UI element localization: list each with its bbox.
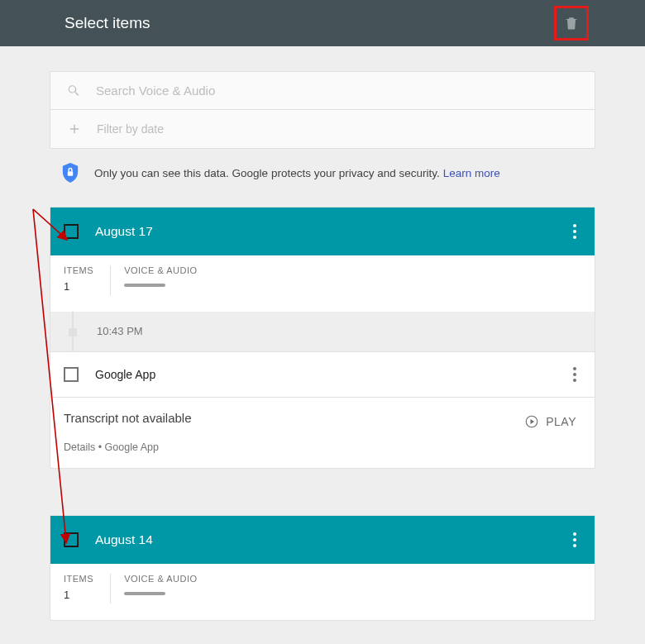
entry-time: 10:43 PM bbox=[97, 325, 143, 337]
day-checkbox[interactable] bbox=[64, 224, 79, 239]
stat-divider bbox=[110, 265, 111, 295]
day-stats: ITEMS 1 VOICE & AUDIO bbox=[50, 564, 595, 620]
items-label: ITEMS bbox=[64, 574, 93, 584]
privacy-notice: Only you can see this data. Google prote… bbox=[50, 149, 595, 207]
trash-icon bbox=[563, 14, 580, 32]
privacy-text: Only you can see this data. Google prote… bbox=[94, 167, 440, 179]
audio-stat: VOICE & AUDIO bbox=[124, 265, 197, 287]
search-row[interactable] bbox=[50, 72, 595, 110]
day-checkbox[interactable] bbox=[64, 532, 79, 547]
shield-lock-icon bbox=[61, 162, 79, 184]
entry-menu-button[interactable] bbox=[566, 360, 583, 389]
more-vert-icon bbox=[573, 367, 576, 382]
day-date: August 14 bbox=[95, 532, 153, 547]
play-button[interactable]: PLAY bbox=[524, 414, 576, 429]
search-input[interactable] bbox=[96, 83, 578, 98]
details-link[interactable]: Details bbox=[64, 441, 95, 453]
entry-details-row: Details • Google App bbox=[64, 441, 581, 453]
play-circle-icon bbox=[524, 414, 539, 429]
search-filter-card: Filter by date bbox=[50, 71, 595, 149]
app-header: Select items bbox=[0, 0, 645, 46]
day-date: August 17 bbox=[95, 224, 153, 239]
day-header: August 17 bbox=[50, 208, 595, 255]
more-vert-icon bbox=[573, 224, 576, 239]
plus-icon bbox=[67, 122, 82, 136]
day-menu-button[interactable] bbox=[566, 526, 583, 554]
entry-checkbox[interactable] bbox=[64, 367, 79, 382]
items-stat: ITEMS 1 bbox=[64, 265, 93, 293]
day-card: August 14 ITEMS 1 VOICE & AUDIO bbox=[50, 515, 595, 621]
page-title: Select items bbox=[64, 14, 150, 32]
more-vert-icon bbox=[573, 532, 576, 547]
entry-header: Google App bbox=[50, 351, 595, 398]
transcript-text: Transcript not available bbox=[64, 411, 581, 425]
audio-bar-icon bbox=[124, 592, 165, 595]
learn-more-link[interactable]: Learn more bbox=[443, 167, 500, 179]
filter-label: Filter by date bbox=[97, 122, 164, 136]
items-count: 1 bbox=[64, 280, 93, 293]
day-card: August 17 ITEMS 1 VOICE & AUDIO 10:43 PM… bbox=[50, 207, 595, 469]
entry-title: Google App bbox=[95, 368, 155, 381]
items-count: 1 bbox=[64, 589, 93, 601]
audio-stat: VOICE & AUDIO bbox=[124, 574, 197, 595]
items-stat: ITEMS 1 bbox=[64, 574, 93, 601]
svg-rect-0 bbox=[68, 171, 73, 176]
day-menu-button[interactable] bbox=[566, 217, 583, 246]
filter-by-date-row[interactable]: Filter by date bbox=[50, 110, 595, 148]
items-label: ITEMS bbox=[64, 265, 93, 275]
timeline-dot-icon bbox=[69, 328, 77, 336]
play-label: PLAY bbox=[546, 415, 576, 428]
source-link[interactable]: Google App bbox=[105, 441, 159, 453]
stat-divider bbox=[110, 574, 111, 603]
delete-button[interactable] bbox=[554, 6, 589, 41]
day-stats: ITEMS 1 VOICE & AUDIO bbox=[50, 255, 595, 312]
audio-label: VOICE & AUDIO bbox=[124, 265, 197, 275]
audio-bar-icon bbox=[124, 284, 165, 287]
audio-label: VOICE & AUDIO bbox=[124, 574, 197, 584]
entry-body: Transcript not available PLAY Details • … bbox=[50, 398, 595, 468]
search-icon bbox=[67, 83, 81, 98]
timeline-segment: 10:43 PM bbox=[50, 312, 595, 351]
day-header: August 14 bbox=[50, 516, 595, 564]
